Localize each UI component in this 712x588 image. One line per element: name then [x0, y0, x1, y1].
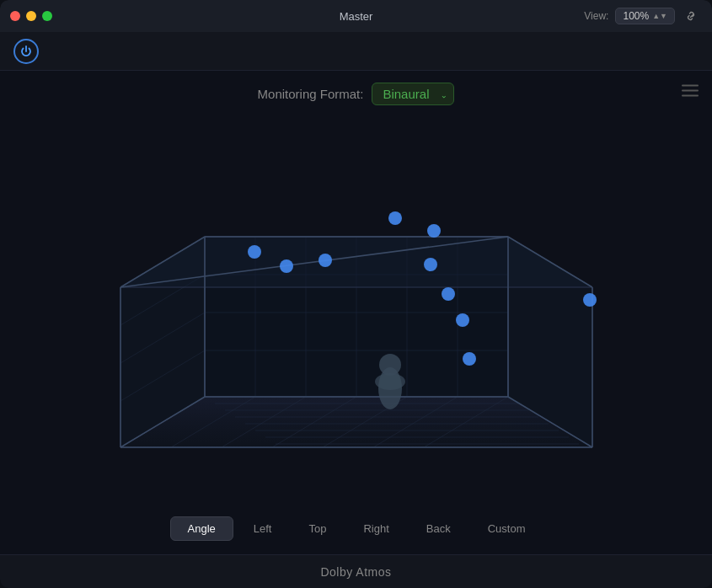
svg-point-48	[375, 373, 405, 390]
monitoring-format-row: Monitoring Format: Binaural Stereo 5.1 7…	[0, 71, 712, 112]
view-tabs: Angle Left Top Right Back Custom	[0, 505, 712, 554]
close-button[interactable]	[10, 11, 20, 21]
view-label: View:	[584, 10, 608, 22]
title-bar: Master View: 100% ▲▼	[0, 0, 712, 32]
speaker-dot-10	[583, 293, 597, 307]
toolbar	[0, 32, 712, 71]
speaker-dot-4	[388, 211, 402, 225]
speaker-dot-3	[319, 254, 332, 267]
footer-text: Dolby Atmos	[320, 565, 391, 579]
svg-point-47	[379, 354, 401, 376]
tab-left[interactable]: Left	[237, 517, 289, 540]
3d-room-container	[70, 152, 643, 464]
speaker-dot-9	[463, 352, 476, 366]
speaker-dot-2	[280, 259, 293, 273]
link-icon[interactable]	[682, 6, 702, 26]
power-button[interactable]	[13, 39, 39, 64]
svg-rect-1	[682, 89, 699, 91]
tab-angle[interactable]: Angle	[170, 516, 233, 541]
title-bar-controls: View: 100% ▲▼	[584, 6, 702, 26]
zoom-value: 100%	[623, 10, 649, 22]
traffic-lights	[10, 11, 52, 21]
speaker-dot-5	[427, 224, 441, 238]
svg-rect-0	[682, 84, 699, 86]
speaker-dot-6	[424, 258, 437, 271]
zoom-chevron-icon: ▲▼	[652, 12, 667, 20]
monitoring-select-wrapper[interactable]: Binaural Stereo 5.1 7.1 9.1.6	[372, 83, 454, 105]
menu-icon[interactable]	[682, 82, 699, 101]
visualization-area	[0, 112, 712, 505]
minimize-button[interactable]	[26, 11, 36, 21]
svg-rect-2	[682, 94, 699, 96]
tab-back[interactable]: Back	[410, 517, 468, 540]
speaker-dot-8	[456, 313, 469, 327]
monitoring-label: Monitoring Format:	[258, 87, 364, 101]
maximize-button[interactable]	[42, 11, 52, 21]
speaker-dot-1	[248, 245, 261, 259]
zoom-selector[interactable]: 100% ▲▼	[615, 8, 675, 24]
middle-section: Monitoring Format: Binaural Stereo 5.1 7…	[0, 71, 712, 554]
window-title: Master	[340, 10, 373, 23]
speaker-dot-7	[442, 287, 455, 301]
3d-room-svg	[70, 152, 643, 464]
main-content: Monitoring Format: Binaural Stereo 5.1 7…	[0, 71, 712, 554]
monitoring-format-select[interactable]: Binaural Stereo 5.1 7.1 9.1.6	[372, 83, 454, 105]
tab-top[interactable]: Top	[292, 517, 343, 540]
footer: Dolby Atmos	[0, 554, 712, 588]
tab-right[interactable]: Right	[346, 517, 405, 540]
tab-custom[interactable]: Custom	[471, 517, 543, 540]
